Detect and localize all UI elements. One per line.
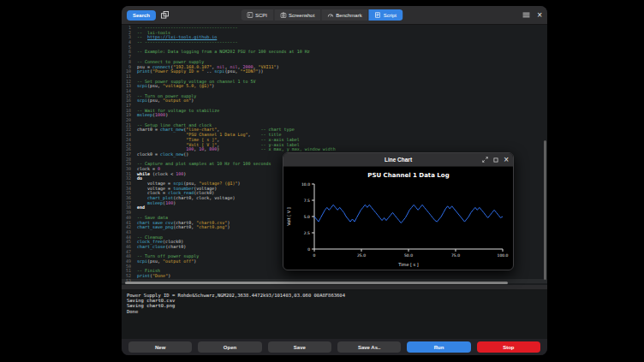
chart-window-controls: × [482, 153, 509, 166]
chart-window: Line Chart × PSU Channel 1 Data Log025.0… [283, 152, 514, 270]
tab-label: Benchmark [336, 13, 361, 18]
tab-label: SCPI [255, 13, 267, 18]
open-button[interactable]: Open [198, 341, 261, 353]
header-bar: Search SCPI Screenshot [122, 6, 547, 25]
vertical-scrollbar-thumb[interactable] [544, 140, 546, 280]
tab-scpi[interactable]: SCPI [241, 9, 274, 21]
code-text: chart_close(chart0) [133, 245, 186, 250]
voltage-series-line [314, 205, 503, 223]
save-button[interactable]: Save [268, 341, 331, 353]
mode-tabs: SCPI Screenshot Benchmark Script [241, 9, 402, 21]
chart-close-icon[interactable]: × [504, 156, 509, 164]
tab-label: Screenshot [289, 13, 314, 18]
y-tick-label: 2.5 [304, 231, 310, 235]
console-line: Done [127, 309, 542, 314]
x-tick-label: 25.0 [357, 253, 366, 258]
x-axis-label: Time [ s ] [397, 262, 419, 267]
tab-benchmark[interactable]: Benchmark [321, 9, 368, 21]
code-text: scpi(psu, "output off") [133, 259, 196, 264]
run-button[interactable]: Run [407, 341, 470, 353]
y-axis-label: Volt [ V ] [286, 207, 291, 226]
chart-window-title: Line Chart [385, 157, 412, 163]
code-text: clock0 = clock_new() [133, 152, 188, 157]
search-button[interactable]: Search [127, 10, 156, 21]
line-chart-canvas: PSU Channel 1 Data Log025.050.075.0100.0… [283, 167, 513, 270]
lxi-gui-window: Search SCPI Screenshot [122, 6, 547, 355]
x-tick-label: 100.0 [498, 253, 509, 258]
vertical-scrollbar[interactable] [544, 27, 546, 280]
code-text: msleep(1000) [133, 113, 168, 118]
x-tick-label: 50.0 [404, 253, 413, 258]
code-text: chart_save_png(chart0, "chart0.png") [133, 225, 230, 230]
script-icon [375, 12, 381, 18]
maximize-icon[interactable] [493, 157, 498, 163]
terminal-icon [247, 12, 253, 18]
y-tick-label: 10.0 [301, 182, 310, 187]
code-text: print("Power Supply ID = " .. scpi(psu, … [133, 69, 264, 74]
code-text: -- Example: Data logging from a NGM202 P… [133, 50, 310, 55]
horizontal-scrollbar[interactable] [125, 282, 537, 284]
y-tick-label: 7.5 [304, 199, 310, 203]
speedometer-icon [327, 12, 333, 18]
save-as-button[interactable]: Save As.. [337, 341, 401, 353]
tab-label: Script [384, 13, 397, 18]
footer-toolbar: New Open Save Save As.. Run Stop [122, 339, 547, 355]
y-tick-label: 0 [307, 247, 310, 252]
y-tick-label: 5.0 [304, 215, 310, 219]
tab-screenshot[interactable]: Screenshot [274, 9, 321, 21]
tab-script[interactable]: Script [369, 9, 402, 21]
x-tick-label: 75.0 [451, 253, 460, 258]
new-button[interactable]: New [128, 341, 192, 353]
code-text: scpi(psu, "voltage 5.0, (@1)") [133, 84, 214, 89]
stop-button[interactable]: Stop [477, 341, 540, 353]
code-text: print("Done") [133, 274, 170, 279]
console-output: Power Supply ID = Rohde&Schwarz,NGM202,3… [122, 289, 547, 339]
header-right-controls: × [522, 11, 542, 20]
window-close-icon[interactable]: × [537, 11, 542, 20]
chart-window-titlebar[interactable]: Line Chart × [283, 153, 513, 167]
chart-title: PSU Channel 1 Data Log [367, 172, 449, 179]
x-tick-label: 0 [313, 253, 316, 258]
menu-icon[interactable] [522, 12, 530, 18]
code-text: scpi(psu, "output on") [133, 98, 194, 104]
horizontal-scrollbar-thumb[interactable] [125, 282, 508, 284]
code-text: -- ------------------------------------ [133, 40, 237, 45]
panels-icon[interactable] [161, 11, 169, 19]
fullscreen-icon[interactable] [482, 157, 488, 163]
camera-icon [280, 12, 286, 18]
